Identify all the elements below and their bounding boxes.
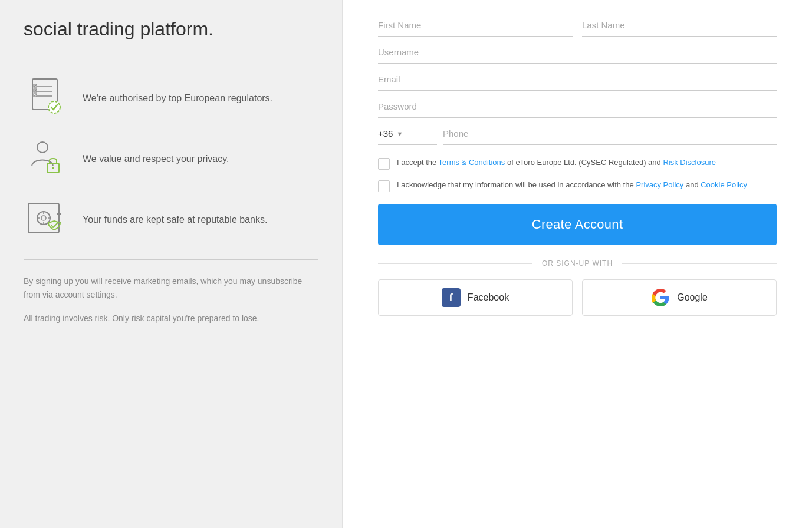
google-label: Google — [677, 292, 708, 303]
google-button[interactable]: Google — [582, 279, 777, 316]
footer-marketing: By signing up you will receive marketing… — [24, 275, 318, 301]
privacy-icon — [24, 137, 71, 181]
risk-disclosure-link[interactable]: Risk Disclosure — [663, 158, 716, 167]
terms-conditions-link[interactable]: Terms & Conditions — [439, 158, 505, 167]
password-input[interactable] — [378, 93, 777, 118]
privacy-policy-link[interactable]: Privacy Policy — [636, 180, 683, 189]
username-field — [378, 39, 777, 64]
svg-rect-12 — [28, 203, 59, 233]
funds-icon — [24, 197, 71, 242]
phone-input[interactable] — [443, 120, 777, 145]
privacy-checkbox[interactable] — [378, 180, 390, 192]
feature-funds: Your funds are kept safe at reputable ba… — [24, 197, 318, 242]
terms-label: I accept the Terms & Conditions of eToro… — [397, 157, 716, 169]
last-name-input[interactable] — [582, 12, 777, 37]
social-buttons: f Facebook Google — [378, 279, 777, 316]
username-input[interactable] — [378, 39, 777, 64]
feature-regulated: We're authorised by top European regulat… — [24, 76, 318, 120]
phone-country-code: +36 — [378, 128, 393, 138]
svg-point-9 — [37, 142, 48, 153]
divider-bottom — [24, 259, 318, 260]
or-text: OR SIGN-UP WITH — [532, 259, 622, 268]
email-field — [378, 66, 777, 91]
feature-funds-text: Your funds are kept safe at reputable ba… — [83, 213, 267, 226]
right-panel: +36 ▼ I accept the Terms & Conditions of… — [342, 0, 812, 528]
create-account-button[interactable]: Create Account — [378, 204, 777, 245]
email-input[interactable] — [378, 66, 777, 91]
facebook-label: Facebook — [468, 292, 509, 303]
checkboxes-section: I accept the Terms & Conditions of eToro… — [378, 157, 777, 192]
password-field — [378, 93, 777, 118]
footer-risk: All trading involves risk. Only risk cap… — [24, 312, 318, 325]
first-name-input[interactable] — [378, 12, 573, 37]
facebook-button[interactable]: f Facebook — [378, 279, 573, 316]
regulated-icon — [24, 76, 71, 120]
phone-country-selector[interactable]: +36 ▼ — [378, 120, 437, 145]
features-list: We're authorised by top European regulat… — [24, 76, 318, 242]
terms-checkbox-row: I accept the Terms & Conditions of eToro… — [378, 157, 777, 170]
cookie-policy-link[interactable]: Cookie Policy — [701, 180, 747, 189]
last-name-field — [582, 12, 777, 37]
name-row — [378, 12, 777, 39]
feature-privacy-text: We value and respect your privacy. — [83, 153, 229, 166]
terms-checkbox[interactable] — [378, 158, 390, 170]
google-icon — [651, 288, 670, 307]
privacy-label: I acknowledge that my information will b… — [397, 179, 747, 191]
svg-point-11 — [52, 167, 54, 169]
divider-top — [24, 58, 318, 58]
phone-row: +36 ▼ — [378, 120, 777, 145]
or-divider: OR SIGN-UP WITH — [378, 259, 777, 268]
privacy-checkbox-row: I acknowledge that my information will b… — [378, 179, 777, 192]
feature-regulated-text: We're authorised by top European regulat… — [83, 92, 272, 105]
first-name-field — [378, 12, 573, 37]
feature-privacy: We value and respect your privacy. — [24, 137, 318, 181]
left-panel: social trading platform. — [0, 0, 342, 528]
phone-chevron-icon: ▼ — [396, 130, 403, 137]
facebook-icon: f — [442, 288, 461, 307]
svg-point-14 — [41, 216, 46, 220]
headline: social trading platform. — [24, 18, 318, 40]
